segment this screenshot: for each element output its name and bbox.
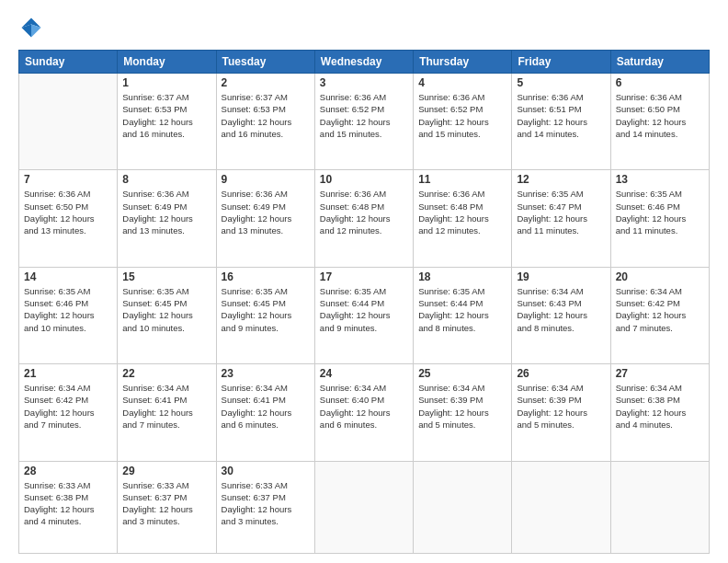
day-number: 21: [24, 367, 112, 380]
day-info: Sunrise: 6:37 AM Sunset: 6:53 PM Dayligh…: [122, 91, 210, 140]
calendar-cell: 28Sunrise: 6:33 AM Sunset: 6:38 PM Dayli…: [19, 461, 118, 553]
day-info: Sunrise: 6:33 AM Sunset: 6:38 PM Dayligh…: [24, 479, 112, 528]
day-info: Sunrise: 6:36 AM Sunset: 6:50 PM Dayligh…: [616, 91, 704, 140]
day-number: 17: [320, 270, 408, 283]
day-info: Sunrise: 6:35 AM Sunset: 6:44 PM Dayligh…: [320, 285, 408, 334]
calendar-cell: 18Sunrise: 6:35 AM Sunset: 6:44 PM Dayli…: [414, 267, 512, 363]
day-info: Sunrise: 6:36 AM Sunset: 6:52 PM Dayligh…: [418, 91, 506, 140]
weekday-header: Tuesday: [216, 51, 314, 74]
calendar-cell: 29Sunrise: 6:33 AM Sunset: 6:37 PM Dayli…: [118, 461, 216, 553]
calendar-cell: [414, 461, 512, 553]
day-number: 2: [222, 76, 310, 89]
calendar-cell: 19Sunrise: 6:34 AM Sunset: 6:43 PM Dayli…: [512, 267, 610, 363]
calendar-cell: 15Sunrise: 6:35 AM Sunset: 6:45 PM Dayli…: [118, 267, 216, 363]
day-number: 13: [616, 173, 704, 186]
calendar-cell: 24Sunrise: 6:34 AM Sunset: 6:40 PM Dayli…: [314, 364, 413, 461]
logo: [18, 15, 50, 40]
day-info: Sunrise: 6:33 AM Sunset: 6:37 PM Dayligh…: [122, 479, 210, 528]
day-info: Sunrise: 6:34 AM Sunset: 6:40 PM Dayligh…: [320, 382, 408, 431]
day-number: 10: [320, 173, 408, 186]
day-number: 7: [24, 173, 112, 186]
weekday-header: Sunday: [19, 51, 118, 74]
calendar-week-row: 28Sunrise: 6:33 AM Sunset: 6:38 PM Dayli…: [19, 461, 710, 553]
calendar-cell: 26Sunrise: 6:34 AM Sunset: 6:39 PM Dayli…: [512, 364, 610, 461]
calendar-table: SundayMondayTuesdayWednesdayThursdayFrid…: [18, 50, 710, 554]
calendar-cell: 6Sunrise: 6:36 AM Sunset: 6:50 PM Daylig…: [610, 74, 709, 170]
day-info: Sunrise: 6:36 AM Sunset: 6:49 PM Dayligh…: [222, 188, 310, 236]
calendar-week-row: 1Sunrise: 6:37 AM Sunset: 6:53 PM Daylig…: [19, 74, 710, 170]
weekday-header: Thursday: [414, 51, 512, 74]
calendar-cell: 27Sunrise: 6:34 AM Sunset: 6:38 PM Dayli…: [610, 364, 709, 461]
day-number: 8: [122, 173, 210, 186]
day-info: Sunrise: 6:35 AM Sunset: 6:46 PM Dayligh…: [24, 285, 112, 334]
day-info: Sunrise: 6:34 AM Sunset: 6:41 PM Dayligh…: [222, 382, 310, 431]
day-number: 16: [222, 270, 310, 283]
calendar-cell: 3Sunrise: 6:36 AM Sunset: 6:52 PM Daylig…: [314, 74, 413, 170]
calendar-cell: [610, 461, 709, 553]
day-number: 11: [418, 173, 506, 186]
calendar-cell: 14Sunrise: 6:35 AM Sunset: 6:46 PM Dayli…: [19, 267, 118, 363]
calendar-cell: 8Sunrise: 6:36 AM Sunset: 6:49 PM Daylig…: [118, 170, 216, 267]
weekday-header: Saturday: [610, 51, 709, 74]
day-info: Sunrise: 6:36 AM Sunset: 6:49 PM Dayligh…: [122, 188, 210, 236]
logo-icon: [18, 15, 44, 40]
day-number: 12: [517, 173, 605, 186]
day-number: 26: [517, 367, 605, 380]
day-number: 24: [320, 367, 408, 380]
calendar-cell: 10Sunrise: 6:36 AM Sunset: 6:48 PM Dayli…: [314, 170, 413, 267]
day-info: Sunrise: 6:33 AM Sunset: 6:37 PM Dayligh…: [222, 479, 310, 528]
day-number: 25: [418, 367, 506, 380]
calendar-cell: 20Sunrise: 6:34 AM Sunset: 6:42 PM Dayli…: [610, 267, 709, 363]
day-number: 6: [616, 76, 704, 89]
calendar-cell: 25Sunrise: 6:34 AM Sunset: 6:39 PM Dayli…: [414, 364, 512, 461]
day-info: Sunrise: 6:37 AM Sunset: 6:53 PM Dayligh…: [222, 91, 310, 140]
day-info: Sunrise: 6:35 AM Sunset: 6:44 PM Dayligh…: [418, 285, 506, 334]
calendar-cell: 5Sunrise: 6:36 AM Sunset: 6:51 PM Daylig…: [512, 74, 610, 170]
calendar-cell: 23Sunrise: 6:34 AM Sunset: 6:41 PM Dayli…: [216, 364, 314, 461]
calendar-cell: 2Sunrise: 6:37 AM Sunset: 6:53 PM Daylig…: [216, 74, 314, 170]
calendar-cell: 21Sunrise: 6:34 AM Sunset: 6:42 PM Dayli…: [19, 364, 118, 461]
calendar-week-row: 21Sunrise: 6:34 AM Sunset: 6:42 PM Dayli…: [19, 364, 710, 461]
day-info: Sunrise: 6:34 AM Sunset: 6:42 PM Dayligh…: [24, 382, 112, 431]
calendar-cell: 4Sunrise: 6:36 AM Sunset: 6:52 PM Daylig…: [414, 74, 512, 170]
day-info: Sunrise: 6:34 AM Sunset: 6:41 PM Dayligh…: [122, 382, 210, 431]
day-number: 22: [122, 367, 210, 380]
day-info: Sunrise: 6:34 AM Sunset: 6:39 PM Dayligh…: [517, 382, 605, 431]
calendar-cell: 1Sunrise: 6:37 AM Sunset: 6:53 PM Daylig…: [118, 74, 216, 170]
day-info: Sunrise: 6:35 AM Sunset: 6:45 PM Dayligh…: [222, 285, 310, 334]
day-number: 19: [517, 270, 605, 283]
calendar-cell: 17Sunrise: 6:35 AM Sunset: 6:44 PM Dayli…: [314, 267, 413, 363]
day-number: 20: [616, 270, 704, 283]
day-number: 4: [418, 76, 506, 89]
calendar-week-row: 14Sunrise: 6:35 AM Sunset: 6:46 PM Dayli…: [19, 267, 710, 363]
calendar-cell: 30Sunrise: 6:33 AM Sunset: 6:37 PM Dayli…: [216, 461, 314, 553]
day-number: 5: [517, 76, 605, 89]
calendar-cell: 16Sunrise: 6:35 AM Sunset: 6:45 PM Dayli…: [216, 267, 314, 363]
day-info: Sunrise: 6:34 AM Sunset: 6:39 PM Dayligh…: [418, 382, 506, 431]
calendar-cell: 9Sunrise: 6:36 AM Sunset: 6:49 PM Daylig…: [216, 170, 314, 267]
day-info: Sunrise: 6:34 AM Sunset: 6:38 PM Dayligh…: [616, 382, 704, 431]
day-number: 9: [222, 173, 310, 186]
calendar-cell: [19, 74, 118, 170]
day-info: Sunrise: 6:36 AM Sunset: 6:52 PM Dayligh…: [320, 91, 408, 140]
day-number: 3: [320, 76, 408, 89]
calendar-cell: 7Sunrise: 6:36 AM Sunset: 6:50 PM Daylig…: [19, 170, 118, 267]
day-info: Sunrise: 6:34 AM Sunset: 6:42 PM Dayligh…: [616, 285, 704, 334]
day-info: Sunrise: 6:35 AM Sunset: 6:46 PM Dayligh…: [616, 188, 704, 236]
day-number: 1: [122, 76, 210, 89]
calendar-cell: [512, 461, 610, 553]
day-number: 28: [24, 465, 112, 477]
day-number: 27: [616, 367, 704, 380]
weekday-header: Monday: [118, 51, 216, 74]
day-number: 14: [24, 270, 112, 283]
page: SundayMondayTuesdayWednesdayThursdayFrid…: [0, 0, 728, 563]
calendar-cell: 12Sunrise: 6:35 AM Sunset: 6:47 PM Dayli…: [512, 170, 610, 267]
calendar-cell: 13Sunrise: 6:35 AM Sunset: 6:46 PM Dayli…: [610, 170, 709, 267]
day-info: Sunrise: 6:36 AM Sunset: 6:50 PM Dayligh…: [24, 188, 112, 236]
calendar-cell: 22Sunrise: 6:34 AM Sunset: 6:41 PM Dayli…: [118, 364, 216, 461]
header: [18, 15, 710, 40]
day-info: Sunrise: 6:36 AM Sunset: 6:48 PM Dayligh…: [320, 188, 408, 236]
day-number: 29: [122, 465, 210, 477]
calendar-cell: [314, 461, 413, 553]
day-info: Sunrise: 6:35 AM Sunset: 6:45 PM Dayligh…: [122, 285, 210, 334]
